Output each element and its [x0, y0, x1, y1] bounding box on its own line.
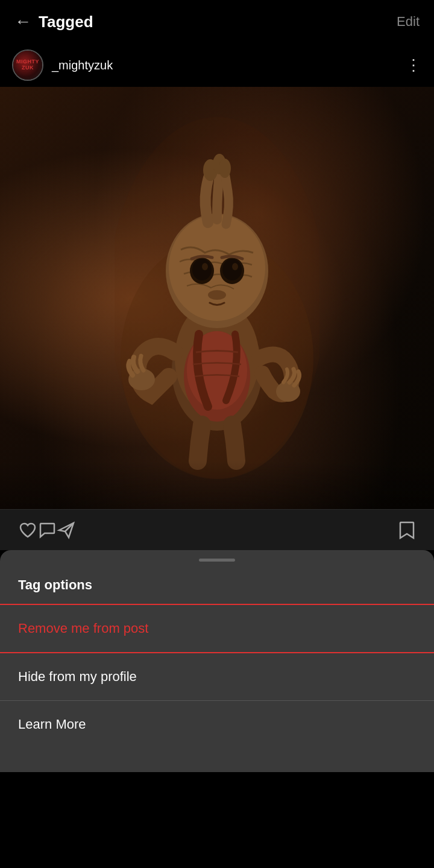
bottom-sheet: Tag options Remove me from post Hide fro…: [0, 550, 434, 772]
remove-me-option[interactable]: Remove me from post: [0, 604, 434, 653]
save-icon[interactable]: [398, 521, 416, 540]
remove-me-label: Remove me from post: [18, 621, 148, 636]
user-info[interactable]: MIGHTY ZUK _mightyzuk: [12, 49, 113, 81]
username-label[interactable]: _mightyzuk: [52, 59, 113, 72]
sheet-title: Tag options: [0, 565, 434, 599]
post-image: [0, 87, 434, 509]
post-image-background: [0, 87, 434, 509]
image-overlay: [0, 461, 434, 509]
top-bar-left: ← Tagged: [14, 13, 93, 31]
hide-profile-label: Hide from my profile: [18, 669, 137, 684]
top-navigation-bar: ← Tagged Edit: [0, 0, 434, 43]
back-button[interactable]: ←: [14, 13, 31, 30]
learn-more-label: Learn More: [18, 717, 86, 732]
learn-more-option[interactable]: Learn More: [0, 701, 434, 748]
more-options-button[interactable]: ⋮: [406, 56, 422, 75]
avatar-image: MIGHTY ZUK: [13, 51, 42, 80]
post-actions-bar: [0, 509, 434, 550]
page-title: Tagged: [39, 13, 93, 31]
like-icon[interactable]: [18, 521, 37, 540]
avatar-text-label: MIGHTY ZUK: [13, 59, 42, 71]
svg-point-20: [115, 117, 319, 479]
comment-icon[interactable]: [37, 521, 57, 540]
share-icon[interactable]: [57, 521, 76, 540]
edit-button[interactable]: Edit: [397, 14, 420, 30]
hide-profile-option[interactable]: Hide from my profile: [0, 653, 434, 701]
user-row: MIGHTY ZUK _mightyzuk ⋮: [0, 43, 434, 87]
groot-illustration: [115, 117, 319, 479]
sheet-handle: [199, 559, 235, 562]
avatar[interactable]: MIGHTY ZUK: [12, 49, 43, 81]
sheet-handle-row: [0, 550, 434, 565]
